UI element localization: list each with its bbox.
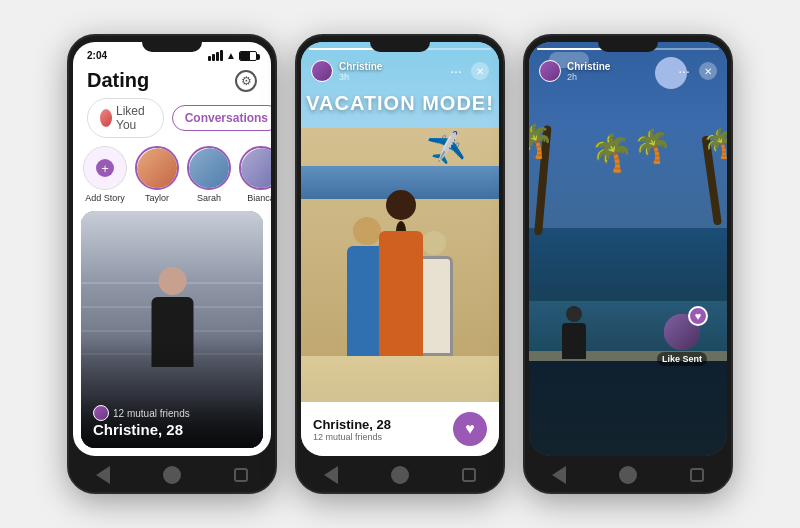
story-2-close-icon[interactable]: ✕ — [471, 62, 489, 80]
phone-1-screen: 2:04 ▲ Dating ⚙ — [73, 42, 271, 456]
liked-you-label: Liked You — [116, 104, 151, 132]
battery-icon — [239, 51, 257, 61]
phone-1: 2:04 ▲ Dating ⚙ — [67, 34, 277, 494]
main-profile-card[interactable]: 12 mutual friends Christine, 28 — [81, 211, 263, 448]
home-button-2[interactable] — [391, 466, 409, 484]
bianca-label: Bianca — [247, 193, 271, 203]
like-sent-avatar-container: ♥ — [664, 314, 700, 350]
recents-button[interactable] — [234, 468, 248, 482]
story-2-card-info: Christine, 28 12 mutual friends — [313, 417, 391, 442]
story-3-bottom — [529, 361, 727, 456]
story-2-header: Christine 3h ··· ✕ — [311, 60, 489, 82]
story-2-mutual: 12 mutual friends — [313, 432, 391, 442]
beach-people-group — [335, 176, 465, 356]
pool-person-silhouette — [559, 306, 589, 361]
story-bianca[interactable]: Bianca — [239, 146, 271, 203]
story-3-username: Christine — [567, 61, 610, 72]
mutual-friends-text: 12 mutual friends — [113, 408, 190, 419]
add-story-circle: + — [83, 146, 127, 190]
like-sent-overlay: ♥ Like Sent — [657, 314, 707, 366]
stories-row: + Add Story Taylor Sarah — [73, 146, 271, 211]
like-button[interactable]: ♥ — [453, 412, 487, 446]
phone-2: Christine 3h ··· ✕ VACATION MODE! ✈️ — [295, 34, 505, 494]
vacation-text: VACATION MODE! — [301, 92, 499, 115]
like-sent-heart-icon: ♥ — [688, 306, 708, 326]
card-name: Christine, 28 — [93, 421, 251, 438]
status-time: 2:04 — [87, 50, 107, 61]
story-taylor[interactable]: Taylor — [135, 146, 179, 203]
phone-2-notch — [370, 36, 430, 52]
phone-2-screen: Christine 3h ··· ✕ VACATION MODE! ✈️ — [301, 42, 499, 456]
phone-2-nav — [297, 460, 503, 492]
story-2-time: 3h — [339, 72, 382, 82]
taylor-label: Taylor — [145, 193, 169, 203]
phone-3-nav — [525, 460, 731, 492]
back-button[interactable] — [96, 466, 110, 484]
status-icons: ▲ — [208, 50, 257, 61]
story-3-header: Christine 2h ··· ✕ — [539, 60, 717, 82]
phone-1-notch — [142, 36, 202, 52]
bianca-avatar — [239, 146, 271, 190]
silhouette-head — [566, 306, 582, 322]
recents-button-2[interactable] — [462, 468, 476, 482]
tabs-row: Liked You Conversations — [73, 98, 271, 146]
add-story-plus-icon: + — [96, 159, 114, 177]
recents-button-3[interactable] — [690, 468, 704, 482]
story-2-card-name: Christine, 28 — [313, 417, 391, 432]
story-2-user-info: Christine 3h — [339, 61, 382, 82]
add-story-item[interactable]: + Add Story — [83, 146, 127, 203]
story-3-close-icon[interactable]: ✕ — [699, 62, 717, 80]
story-sarah[interactable]: Sarah — [187, 146, 231, 203]
card-mini-avatar — [93, 405, 109, 421]
silhouette-body — [562, 323, 586, 359]
home-button[interactable] — [163, 466, 181, 484]
liked-avatar — [100, 109, 112, 127]
sarah-label: Sarah — [197, 193, 221, 203]
back-button-3[interactable] — [552, 466, 566, 484]
story-2-avatar — [311, 60, 333, 82]
story-2-username: Christine — [339, 61, 382, 72]
liked-you-tab[interactable]: Liked You — [87, 98, 164, 138]
people-figures — [335, 176, 465, 356]
conversations-tab[interactable]: Conversations — [172, 105, 271, 131]
story-2-more-icon[interactable]: ··· — [447, 62, 465, 80]
gear-icon[interactable]: ⚙ — [235, 70, 257, 92]
phone-3-screen: 🌴 🌴 🌴 🌴 — [529, 42, 727, 456]
phone-3: 🌴 🌴 🌴 🌴 — [523, 34, 733, 494]
home-button-3[interactable] — [619, 466, 637, 484]
card-info: 12 mutual friends Christine, 28 — [81, 395, 263, 448]
story-3-user-info: Christine 2h — [567, 61, 610, 82]
phone-3-notch — [598, 36, 658, 52]
like-sent-label: Like Sent — [657, 352, 707, 366]
story-3-avatar — [539, 60, 561, 82]
dating-title: Dating — [87, 69, 149, 92]
taylor-avatar — [135, 146, 179, 190]
sarah-avatar — [187, 146, 231, 190]
conversations-label: Conversations — [185, 111, 268, 125]
story-2-card-bottom: Christine, 28 12 mutual friends ♥ — [301, 402, 499, 456]
phone-1-nav — [69, 460, 275, 492]
back-button-2[interactable] — [324, 466, 338, 484]
story-3-time: 2h — [567, 72, 610, 82]
wifi-icon: ▲ — [226, 50, 236, 61]
card-mutual-friends: 12 mutual friends — [93, 405, 251, 421]
story-3-more-icon[interactable]: ··· — [675, 62, 693, 80]
add-story-label: Add Story — [85, 193, 125, 203]
dating-header: Dating ⚙ — [73, 65, 271, 98]
